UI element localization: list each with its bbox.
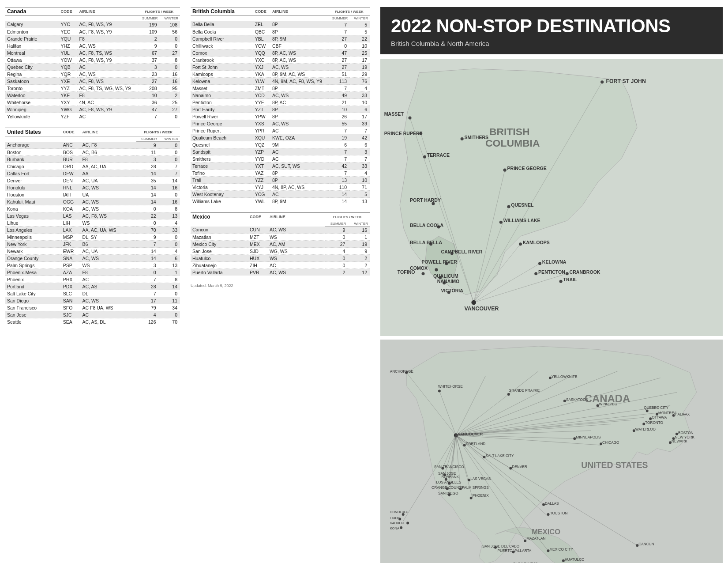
table-row: New York JFK B6 7 0 (5, 241, 180, 248)
table-row: Kona KOA AC, WS 0 8 (5, 205, 180, 212)
mexico-code-header: CODE (248, 213, 268, 221)
us-summer-header: SUMMER (136, 136, 158, 142)
svg-text:MAZATLAN: MAZATLAN (526, 537, 545, 540)
left-panel: Canada CODE AIRLINE FLIGHTS / WEEK SUMME… (0, 0, 185, 563)
table-row: Chicago ORD AA, AC, UA 28 7 (5, 163, 180, 170)
svg-text:VICTORIA: VICTORIA (441, 288, 464, 293)
table-row: Saskatoon YXE AC, F8, WS 27 16 (5, 78, 180, 85)
svg-text:CHICAGO: CHICAGO (602, 441, 619, 445)
mexico-title: Mexico (191, 213, 248, 221)
table-row: Anchorage ANC AC, F8 9 0 (5, 142, 180, 149)
svg-point-10 (503, 169, 507, 172)
svg-text:VANCOUVER: VANCOUVER (464, 306, 499, 312)
main-title: 2022 NON-STOP DESTINATIONS (391, 16, 712, 36)
table-row: Smithers YYD AC 7 7 (191, 155, 370, 162)
table-row: Minneapolis MSP DL, SY 9 0 (5, 234, 180, 241)
table-row: Quesnel YQZ 9M 6 6 (191, 141, 370, 148)
bc-airline-header: AIRLINE (270, 8, 329, 16)
svg-point-32 (421, 272, 424, 275)
svg-text:BURBANK: BURBANK (441, 475, 459, 479)
svg-text:KELOWNA: KELOWNA (542, 259, 567, 264)
bc-section: British Columbia CODE AIRLINE FLIGHTS / … (191, 7, 370, 204)
table-row: Newark EWR AC, UA 14 4 (5, 248, 180, 255)
table-row: Yellowknife YZF AC 7 0 (5, 113, 180, 120)
svg-text:SALT LAKE CITY: SALT LAKE CITY (486, 454, 514, 458)
svg-text:BRITISH: BRITISH (489, 126, 530, 137)
svg-point-163 (400, 526, 402, 529)
table-row: Mexico City MEX AC, AM 27 19 (191, 241, 370, 248)
bc-summer-header: SUMMER (329, 16, 349, 21)
svg-text:FORT ST JOHN: FORT ST JOHN (606, 78, 646, 84)
table-row: Masset ZMT 8P 7 4 (191, 85, 370, 92)
table-row: Cancun CUN AC, WS 9 16 (191, 227, 370, 234)
bc-winter-header: WINTER (349, 16, 370, 21)
table-row: Toronto YYZ AC, F8, TS, WG, WS, Y9 208 9… (5, 85, 180, 92)
canada-section: Canada CODE AIRLINE FLIGHTS / WEEK SUMME… (5, 7, 180, 120)
svg-text:TORONTO: TORONTO (645, 421, 663, 425)
table-row: Portland PDX AC, AS 28 14 (5, 283, 180, 290)
table-row: Winnipeg YWG AC, F8, WS, Y9 47 27 (5, 106, 180, 113)
svg-text:HOUSTON: HOUSTON (550, 511, 568, 515)
table-row: San Diego SAN AC, WS 17 11 (5, 297, 180, 304)
svg-point-101 (507, 393, 510, 396)
table-row: Salt Lake City SLC DL 7 0 (5, 290, 180, 297)
svg-text:CAMPBELL RIVER: CAMPBELL RIVER (441, 249, 483, 254)
table-row: Fort St John YXJ AC, WS 27 19 (191, 64, 370, 71)
canada-table: Canada CODE AIRLINE FLIGHTS / WEEK SUMME… (5, 7, 180, 120)
svg-text:SAN JOSE DEL CABO: SAN JOSE DEL CABO (482, 544, 519, 548)
mexico-summer-header: SUMMER (325, 221, 348, 227)
table-row: Dallas Fort DFW AA 14 7 (5, 170, 180, 177)
svg-text:DALLAS: DALLAS (545, 502, 559, 506)
table-row: Burbank BUR F8 3 0 (5, 156, 180, 163)
canada-flights-header: FLIGHTS / WEEK (138, 8, 180, 16)
svg-text:WATERLOO: WATERLOO (635, 427, 656, 431)
svg-text:SMITHERS: SMITHERS (464, 135, 488, 140)
svg-text:ANCHORAGE: ANCHORAGE (390, 370, 413, 374)
svg-point-18 (499, 221, 503, 224)
table-row: Phoenix-Mesa AZA F8 0 1 (5, 269, 180, 276)
na-map-svg: VANCOUVER (380, 340, 723, 563)
svg-text:BELLA BELLA: BELLA BELLA (410, 240, 442, 245)
table-row: Orange County SNA AC, WS 14 6 (5, 255, 180, 262)
table-row: Honolulu HNL AC, WS 14 16 (5, 184, 180, 191)
canada-code-header: CODE (59, 8, 78, 16)
main-subtitle: British Columbia & North America (391, 40, 712, 47)
svg-text:MEXICO CITY: MEXICO CITY (550, 548, 574, 552)
svg-text:UNITED STATES: UNITED STATES (581, 460, 648, 470)
table-row: Terrace YXT AC, SUT, WS 42 33 (191, 162, 370, 170)
svg-text:DENVER: DENVER (512, 465, 527, 469)
svg-text:PUERTO VALLARTA: PUERTO VALLARTA (497, 549, 531, 553)
table-row: Prince George YXS AC, WS 55 39 (191, 120, 370, 127)
table-row: Grande Prairie YQU F8 2 0 (5, 35, 180, 42)
svg-text:HONOLULU: HONOLULU (390, 510, 409, 514)
table-row: Victoria YYJ 4N, 8P, AC, WS 110 71 (191, 184, 370, 191)
mexico-table: Mexico CODE AIRLINE FLIGHTS / WEEK SUMME… (191, 212, 370, 276)
svg-text:KAMLOOPS: KAMLOOPS (523, 240, 550, 245)
table-row: San Jose SJC AC 4 0 (5, 311, 180, 318)
table-row: Kelowna YLW 4N, 9M, AC, F8, WS, Y9 113 7… (191, 78, 370, 85)
bc-flights-header: FLIGHTS / WEEK (329, 8, 370, 16)
us-code-header: CODE (61, 128, 81, 136)
table-row: Williams Lake YWL 8P, 9M 14 13 (191, 198, 370, 205)
svg-text:POWELL RIVER: POWELL RIVER (421, 259, 457, 264)
table-row: Comox YQQ 8P, AC, WS 47 25 (191, 49, 370, 57)
table-row: San Francisco SFO AC F8 UA, WS 79 34 (5, 304, 180, 311)
us-title: United States (5, 128, 61, 136)
us-flights-header: FLIGHTS / WEEK (136, 128, 180, 136)
us-winter-header: WINTER (159, 136, 180, 142)
bc-table: British Columbia CODE AIRLINE FLIGHTS / … (191, 7, 370, 204)
table-row: Cranbrook YXC 8P, AC, WS 27 17 (191, 57, 370, 64)
table-row: Phoenix PHX AC 7 8 (5, 276, 180, 283)
svg-point-24 (519, 242, 522, 246)
table-row: Montreal YUL AC, F8, TS, WS 67 27 (5, 49, 180, 57)
svg-text:WILLIAMS LAKE: WILLIAMS LAKE (503, 218, 540, 223)
bc-map-svg: FORT ST JOHN MASSET PRINCE RUPERT SMITHE… (380, 59, 723, 336)
svg-text:QUALICUM: QUALICUM (433, 273, 458, 279)
right-panel: 2022 NON-STOP DESTINATIONS British Colum… (375, 0, 728, 563)
svg-text:TOFINO: TOFINO (398, 269, 415, 275)
svg-text:SAN FRANCISCO: SAN FRANCISCO (434, 465, 464, 469)
table-row: Waterloo YKF F8 10 2 (5, 92, 180, 99)
svg-text:BOSTON: BOSTON (678, 431, 694, 435)
table-row: Bella Bella ZEL 8P 7 5 (191, 21, 370, 28)
table-row: Campbell River YBL 8P, 9M 27 22 (191, 35, 370, 42)
